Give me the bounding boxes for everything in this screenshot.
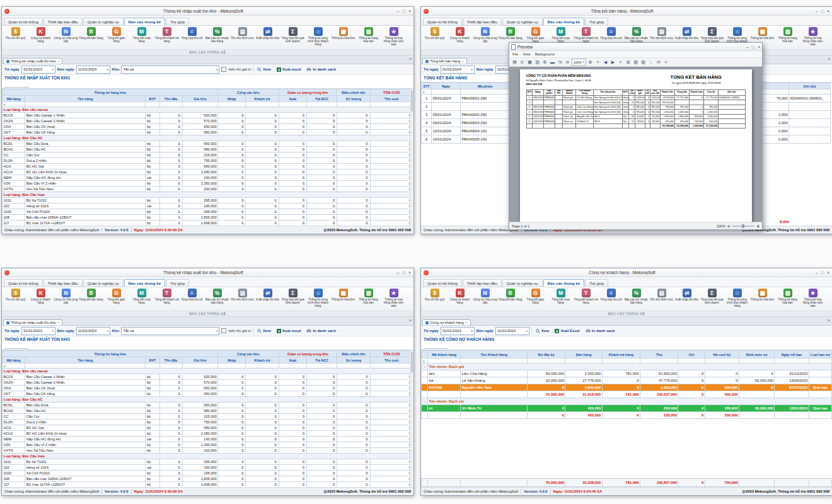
table-row[interactable]: 108Bàn cầu max 108VA-1280VTbộ0.1,805,000… [3, 215, 413, 220]
filter-cell[interactable] [306, 102, 337, 107]
ribbon-thong-ke-cong-trinh-theo-khach-hang[interactable]: ⌂ Thống kê công trình theo khách hàng [725, 288, 749, 311]
table-row[interactable]: 409/01/2024PBH00003Rạch giáLâm Cửa HàngS… [526, 110, 745, 115]
preview-titlebar[interactable]: Preview – □ × [509, 43, 762, 51]
filter-cell[interactable] [218, 364, 246, 369]
column-header[interactable]: Số lượng [337, 357, 370, 364]
table-row[interactable]: DL2NDoLa 2 nhấnbộ0.750,0000.0.0.0.0.0. [3, 158, 413, 164]
quick-print-icon[interactable]: ▥ [534, 59, 541, 66]
ribbon-tong-ket-giao-hang[interactable]: G Tổng kết giao hàng [104, 288, 129, 311]
dropdown-caret-icon[interactable]: ▾ [216, 68, 217, 71]
table-row[interactable]: CK2NBàn Cầu Caesar 2 Nhấnbộ0.570,0000.0.… [3, 380, 413, 386]
minimize-button[interactable]: – [397, 9, 400, 13]
zoom-in-icon[interactable]: ⊕ [756, 224, 760, 228]
export-excel-button[interactable]: X Xuất Excel [553, 328, 581, 334]
menu-tab[interactable]: Trợ giúp [585, 18, 608, 25]
column-header[interactable]: Tồn cuối [370, 96, 413, 102]
column-header[interactable]: Loại hạn nợ [809, 351, 831, 358]
filter-cell[interactable] [789, 89, 831, 94]
filter-cell[interactable] [428, 358, 461, 364]
ribbon-bao-cao-loi-nhuan-ban-hang[interactable]: % Báo cáo lợi nhuận bán hàng [624, 288, 649, 311]
column-header[interactable]: Tồn cuối [370, 357, 413, 364]
menu-tab[interactable]: Thiết lập ban đầu [43, 18, 83, 25]
column-header[interactable]: Còn lại [704, 89, 719, 95]
next-page-icon[interactable]: ▶ [610, 59, 616, 66]
minimize-button[interactable]: – [397, 270, 400, 275]
column-header[interactable]: Nhập [218, 357, 246, 364]
menu-tab[interactable]: Trợ giúp [166, 18, 189, 25]
dropdown-caret-icon[interactable]: ▾ [216, 329, 217, 333]
preview-menu-item[interactable]: File [512, 52, 518, 56]
calendar-caret-icon[interactable]: ▾ [52, 329, 53, 333]
column-header[interactable]: ĐVT [146, 357, 159, 364]
export-excel-button[interactable]: X Xuất excel [275, 328, 303, 334]
column-header[interactable]: Tồn đầu [159, 96, 182, 102]
ribbon-tong-ket-ban-hang[interactable]: B Tổng kết bán hàng [79, 26, 103, 49]
ribbon-tong-hop-ket-qua-kinh-doanh[interactable]: Σ Tổng hợp kết quả kinh doanh [700, 288, 724, 311]
search-icon[interactable]: ⊙ [519, 59, 526, 66]
close-button[interactable]: × [408, 9, 411, 13]
table-row[interactable]: 1,000 [763, 111, 831, 119]
table-row[interactable]: 117BC Inax 117VA +1282VTbộ0.1,668,0000.0… [3, 482, 413, 488]
column-header[interactable]: % CK [645, 89, 650, 95]
column-header[interactable]: Bán hàng [565, 351, 602, 358]
column-header[interactable]: Tồn đầu [159, 357, 182, 364]
column-header[interactable]: ĐG sau CK [650, 89, 661, 95]
table-row[interactable]: 2Sơn Spring trét 0104 (3đ)thùng25781,000… [526, 100, 745, 105]
column-header[interactable]: Nhóm khách [563, 89, 576, 95]
column-header[interactable]: Chi [678, 351, 705, 358]
ribbon-thu-chi-ton-quy[interactable]: $ Thu chi tồn quỹ [3, 26, 28, 49]
menu-tab[interactable]: Thiết lập ban đầu [463, 279, 502, 287]
first-page-icon[interactable]: « [594, 59, 601, 66]
ribbon-tong-ket-mua-hang[interactable]: M Tổng kết mua hàng [129, 288, 154, 311]
table-row[interactable]: 1020Xả Chữ P1020bộ0.295,0000.0.0.0.0.0. [3, 209, 413, 215]
filter-cell[interactable] [279, 364, 306, 369]
ribbon-tong-ket-khach-tra-hang[interactable]: T Tổng kết khách trả hàng [154, 26, 179, 49]
column-filter-row[interactable]: + [3, 102, 413, 107]
column-header[interactable]: Giá Vốn [182, 357, 217, 364]
ribbon-cong-no-khach-hang[interactable]: K Công nợ khách hàng [448, 26, 472, 49]
column-header[interactable]: Ngày [532, 89, 543, 95]
group-row[interactable]: -Tên nhóm: Rạch giá [422, 364, 832, 370]
ribbon-thong-ke-cong-trinh-theo-khach-hang[interactable]: ⌂ Thống kê công trình theo khách hàng [306, 288, 330, 311]
maximize-button[interactable]: □ [403, 270, 405, 275]
table-row[interactable]: 102Hàng số 102Acái0.190,0000.0.0.0.0.0. [3, 203, 413, 209]
zoom-in-icon[interactable]: ⊕ [587, 59, 594, 66]
filter-cell[interactable] [159, 102, 182, 107]
maximize-button[interactable]: □ [752, 45, 754, 49]
scrollbar-thumb[interactable] [411, 90, 413, 112]
close-button[interactable]: × [827, 270, 829, 275]
titlebar[interactable]: Thống kê nhập xuất tồn kho - MekongSoft … [2, 268, 413, 277]
ribbon-cong-no-khach-hang[interactable]: K Công nợ khách hàng [28, 26, 53, 49]
filter-cell[interactable] [370, 364, 413, 369]
column-header[interactable]: Tên khách hàng [576, 89, 593, 95]
filter-cell[interactable]: + [3, 102, 25, 107]
minimize-button[interactable]: – [816, 9, 818, 13]
filter-cell[interactable] [146, 364, 159, 369]
filter-cell[interactable] [640, 358, 678, 364]
column-header[interactable]: Nhập [218, 96, 246, 102]
column-header[interactable]: Nợ cuối kỳ [705, 351, 739, 358]
filter-cell[interactable] [678, 358, 705, 364]
table-row[interactable]: 510/01/2024PBH00004-100 [422, 127, 510, 135]
menu-tab[interactable]: Báo cáo thống kê [543, 18, 585, 25]
table-row[interactable]: 70,000,00032,338,000781,000100,857,00007… [422, 479, 832, 487]
table-row[interactable]: CKHBàn Cầu CK (hoa)bộ0.650,0000.0.0.0.0.… [3, 386, 413, 391]
ribbon-thong-ke-hang-hoa-ban[interactable]: ▥ Thống kê hàng hóa bán [356, 26, 381, 49]
ribbon-cong-no-nha-cung-cap[interactable]: N Công nợ nhà cung cấp [54, 26, 78, 49]
ribbon-thong-ke-hoa-hong-nhan-vien-sale[interactable]: ★ Thống kê hoa hồng nhân viên sale [381, 26, 406, 49]
menu-tab[interactable]: Thiết lập ban đầu [463, 18, 502, 25]
table-row[interactable]: BCHCBàn Cầu HCbộ0.980,0000.0.0.0.0.0. [3, 408, 413, 414]
filter-cell[interactable] [306, 364, 337, 369]
table-row[interactable]: 610/01/2024PBH00005Rạch sỏiVõ Minh TríSắ… [526, 119, 745, 124]
table-row[interactable]: VXTNVen Xả Tiểu Nambộ0.200,0000.0.0.0.0.… [3, 186, 413, 192]
table-row[interactable]: BCCKBàn Cầu Caesar 1 Nhấnbộ0.520,0000.0.… [3, 113, 413, 118]
column-header[interactable]: Tổng tiền [674, 89, 689, 95]
calendar-caret-icon[interactable]: ▾ [107, 329, 108, 333]
calendar-caret-icon[interactable]: ▾ [52, 68, 53, 71]
menu-tab[interactable]: Trợ giúp [585, 279, 608, 287]
table-row[interactable]: triVõ Minh Trí0420,0000220,0000200,00060… [422, 405, 832, 412]
column-header[interactable]: ĐVT [146, 96, 159, 102]
ribbon-thong-ke-hoa-don[interactable]: ▦ Thống kê hóa đơn [331, 288, 355, 311]
expander-cell[interactable]: - [422, 398, 428, 405]
table-row[interactable]: DL2NDoLa 2 nhấnbộ0.750,0000.0.0.0.0.0. [3, 420, 413, 425]
